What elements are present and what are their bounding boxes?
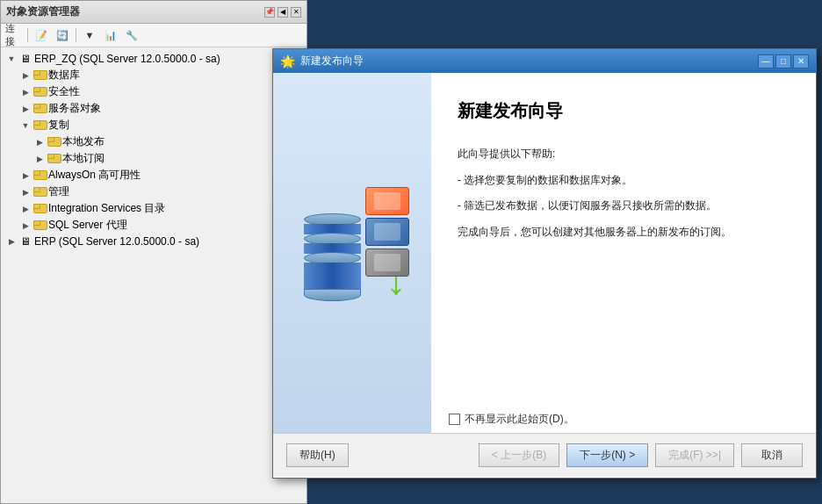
- finish-button[interactable]: 完成(F) >>|: [655, 443, 734, 467]
- tree-item-erp[interactable]: ▶ 🖥 ERP (SQL Server 12.0.5000.0 - sa): [1, 234, 306, 249]
- tree-item-alwayson[interactable]: ▶ AlwaysOn 高可用性: [1, 167, 306, 184]
- cancel-button[interactable]: 取消: [741, 443, 803, 467]
- dont-show-label: 不再显示此起始页(D)。: [465, 412, 574, 427]
- wizard-desc-item2: - 筛选已发布数据，以便订阅服务器只接收所需的数据。: [458, 197, 790, 216]
- tree-item-databases[interactable]: ▶ 数据库: [1, 67, 306, 83]
- tree-item-security[interactable]: ▶ 安全性: [1, 83, 306, 100]
- tree-item-replication[interactable]: ▼ 复制: [1, 117, 306, 133]
- card-inner-2: [374, 223, 400, 241]
- expander-erp-zq[interactable]: ▼: [4, 52, 18, 66]
- folder-server-objects-icon: [32, 102, 47, 116]
- tree-item-management[interactable]: ▶ 管理: [1, 184, 306, 200]
- refresh-button[interactable]: 🔄: [53, 26, 72, 44]
- card-inner-3: [374, 254, 400, 271]
- tree-label-databases: 数据库: [48, 68, 80, 83]
- wizard-window-buttons: — □ ✕: [758, 54, 809, 68]
- expander-databases[interactable]: ▶: [18, 68, 32, 83]
- next-button[interactable]: 下一步(N) >: [566, 443, 648, 467]
- folder-integration-icon: [32, 202, 47, 216]
- wizard-illustration: ↓: [291, 183, 414, 323]
- tree-item-server-objects[interactable]: ▶ 服务器对象: [1, 100, 306, 117]
- tree-label-integration: Integration Services 目录: [48, 201, 165, 216]
- wizard-content-panel: 新建发布向导 此向导提供以下帮助: - 选择您要复制的数据和数据库对象。 - 筛…: [431, 73, 816, 433]
- db-bottom: [304, 289, 361, 301]
- tree-item-integration-services[interactable]: ▶ Integration Services 目录: [1, 200, 306, 217]
- wizard-maximize-button[interactable]: □: [775, 54, 791, 68]
- folder-local-sub-icon: [47, 152, 61, 166]
- tree-item-local-subscriptions[interactable]: ▶ 本地订阅: [1, 150, 306, 167]
- object-explorer-titlebar: 对象资源管理器 📌 ◀ ✕: [1, 1, 306, 24]
- close-button[interactable]: ✕: [291, 7, 301, 18]
- expander-sql-agent[interactable]: ▶: [18, 219, 32, 233]
- folder-replication-icon: [32, 119, 47, 133]
- tree-label-local-sub: 本地订阅: [62, 151, 105, 166]
- reports-button[interactable]: 📊: [101, 26, 120, 44]
- dont-show-checkbox[interactable]: [449, 414, 460, 425]
- wizard-desc-item3: 完成向导后，您可以创建对其他服务器上的新发布的订阅。: [458, 223, 790, 242]
- expander-replication[interactable]: ▼: [18, 119, 32, 133]
- auto-hide-button[interactable]: ◀: [278, 7, 288, 18]
- folder-sql-agent-icon: [32, 219, 47, 233]
- folder-management-icon: [32, 185, 47, 199]
- server-icon: 🖥: [18, 52, 32, 66]
- tree-item-erp-zq[interactable]: ▼ 🖥 ERP_ZQ (SQL Server 12.0.5000.0 - sa): [1, 51, 306, 67]
- toolbar-separator-1: [27, 28, 28, 42]
- expander-local-pub[interactable]: ▶: [32, 135, 47, 149]
- expander-management[interactable]: ▶: [18, 185, 32, 199]
- new-query-button[interactable]: 📝: [32, 26, 51, 44]
- wizard-footer: 帮助(H) < 上一步(B) 下一步(N) > 完成(F) >>| 取消: [273, 433, 816, 477]
- folder-security-icon: [32, 85, 47, 99]
- wizard-close-button[interactable]: ✕: [793, 54, 809, 68]
- wizard-title-text: 新建发布向导: [300, 54, 364, 68]
- tree-label-erp: ERP (SQL Server 12.0.5000.0 - sa): [34, 235, 199, 248]
- connect-button[interactable]: 连接: [4, 26, 24, 44]
- db-cylinder-wrapper: [304, 213, 361, 310]
- back-button[interactable]: < 上一步(B): [479, 443, 559, 467]
- wizard-illustration-panel: ↓: [273, 73, 431, 433]
- wizard-description: 此向导提供以下帮助: - 选择您要复制的数据和数据库对象。 - 筛选已发布数据，…: [458, 145, 790, 241]
- expander-alwayson[interactable]: ▶: [18, 169, 32, 183]
- wizard-body: ↓ 新建发布向导 此向导提供以下帮助:: [273, 73, 816, 433]
- wizard-titlebar: 🌟 新建发布向导 — □ ✕: [273, 49, 816, 73]
- object-explorer-tree: ▼ 🖥 ERP_ZQ (SQL Server 12.0.5000.0 - sa)…: [1, 47, 306, 502]
- folder-alwayson-icon: [32, 169, 47, 183]
- filter-button[interactable]: ▼: [80, 26, 99, 44]
- pin-button[interactable]: 📌: [264, 7, 275, 18]
- object-explorer: 对象资源管理器 📌 ◀ ✕ 连接 📝 🔄 ▼ 📊 🔧 ▼ 🖥 ERP_ZQ (S…: [0, 0, 307, 504]
- expander-integration[interactable]: ▶: [18, 202, 32, 216]
- tree-label-security: 安全性: [48, 84, 80, 99]
- wizard-desc-item1: - 选择您要复制的数据和数据库对象。: [458, 171, 790, 191]
- card-inner: [374, 192, 400, 210]
- wizard-cards: [365, 187, 409, 277]
- tree-label-alwayson: AlwaysOn 高可用性: [48, 168, 141, 183]
- wizard-checkbox-area: 不再显示此起始页(D)。: [436, 412, 588, 427]
- expander-erp[interactable]: ▶: [4, 234, 18, 248]
- tree-label-replication: 复制: [48, 118, 69, 133]
- wizard-app-icon: 🌟: [280, 54, 295, 68]
- object-explorer-toolbar: 连接 📝 🔄 ▼ 📊 🔧: [1, 24, 306, 47]
- tree-label-server-objects: 服务器对象: [48, 101, 101, 116]
- tree-item-sql-agent[interactable]: ▶ SQL Server 代理: [1, 217, 306, 234]
- wizard-dialog: 🌟 新建发布向导 — □ ✕: [272, 48, 817, 479]
- wizard-title-bar: 🌟 新建发布向导: [280, 54, 364, 68]
- help-button[interactable]: 帮助(H): [286, 443, 349, 467]
- object-explorer-title-buttons: 📌 ◀ ✕: [264, 7, 301, 18]
- expander-server-objects[interactable]: ▶: [18, 102, 32, 116]
- wizard-desc-intro: 此向导提供以下帮助:: [458, 145, 790, 164]
- toolbar-separator-2: [76, 28, 76, 42]
- wizard-minimize-button[interactable]: —: [758, 54, 774, 68]
- object-explorer-title: 对象资源管理器: [6, 4, 80, 19]
- tree-item-local-publications[interactable]: ▶ 本地发布: [1, 133, 306, 150]
- card-gray: [365, 248, 409, 277]
- tree-label-sql-agent: SQL Server 代理: [48, 218, 127, 233]
- tree-label-management: 管理: [48, 184, 69, 199]
- tree-label-erp-zq: ERP_ZQ (SQL Server 12.0.5000.0 - sa): [34, 53, 220, 65]
- wizard-main-heading: 新建发布向导: [458, 99, 790, 123]
- folder-databases-icon: [32, 68, 47, 83]
- expander-security[interactable]: ▶: [18, 85, 32, 99]
- server-icon-2: 🖥: [18, 234, 32, 248]
- db-body-3: [304, 263, 361, 289]
- properties-button[interactable]: 🔧: [122, 26, 141, 44]
- card-blue: [365, 218, 409, 246]
- expander-local-sub[interactable]: ▶: [32, 152, 47, 166]
